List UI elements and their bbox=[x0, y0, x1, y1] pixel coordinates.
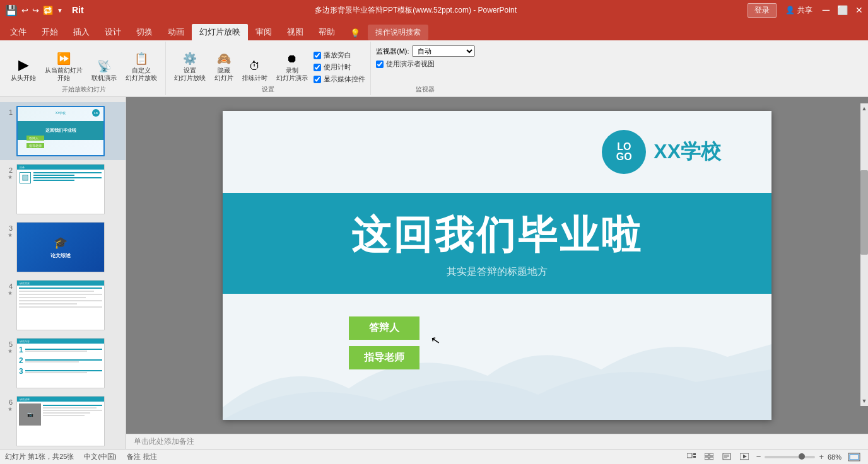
tab-file[interactable]: 文件 bbox=[3, 24, 34, 40]
right-scrollbar[interactable]: ▲ ▼ bbox=[860, 103, 868, 406]
main-slide[interactable]: LO GO XX学校 这回我们毕业啦 其实是答辩的标题地方 答辩人 指导老师 ↖ bbox=[223, 111, 771, 420]
btn-online[interactable]: 📡 联机演示 bbox=[88, 57, 120, 84]
thumb5-item2: 2 bbox=[19, 356, 102, 365]
tab-transitions[interactable]: 切换 bbox=[129, 24, 160, 40]
slide-number-2: 2 ★ bbox=[3, 164, 13, 180]
view-slide-sorter-btn[interactable] bbox=[702, 451, 716, 463]
thumb6-text bbox=[43, 403, 102, 426]
slide-thumb-4[interactable]: 研究背景 bbox=[16, 280, 105, 330]
setup-icon: ⚙️ bbox=[183, 52, 197, 66]
scroll-up-arrow[interactable]: ▲ bbox=[860, 103, 868, 113]
tab-animations[interactable]: 动画 bbox=[160, 24, 192, 40]
view-normal-btn[interactable] bbox=[684, 451, 698, 463]
btn-from-start[interactable]: ▶ 从头开始 bbox=[8, 55, 39, 84]
slide-item-3[interactable]: 3 ★ 🎓 论文综述 bbox=[0, 218, 126, 276]
ribbon-group-start-content: ▶ 从头开始 ⏩ 从当前幻灯片开始 📡 联机演示 📋 自定义幻灯片放映 bbox=[8, 43, 160, 84]
slide-thumb-3[interactable]: 🎓 论文综述 bbox=[16, 222, 105, 272]
custom-icon: 📋 bbox=[134, 52, 148, 66]
view-reading-btn[interactable] bbox=[720, 451, 734, 463]
cb-presenter[interactable] bbox=[376, 61, 384, 68]
fit-to-window-btn[interactable] bbox=[845, 451, 863, 463]
share-icon[interactable]: 👤 共享 bbox=[785, 5, 812, 16]
tab-design[interactable]: 设计 bbox=[97, 24, 129, 40]
zoom-level[interactable]: 68% bbox=[828, 453, 842, 461]
slide-panel[interactable]: 1 LO XX学校 这回我们毕业啦 答辩人 指导老师 2 ★ bbox=[0, 97, 126, 449]
checkboxes: 播放旁白 使用计时 显示媒体控件 bbox=[314, 50, 365, 84]
btn-timing[interactable]: ⏱ 排练计时 bbox=[239, 58, 271, 84]
btn-record[interactable]: ⏺ 录制幻灯片演示 bbox=[273, 50, 311, 84]
record-label: 录制幻灯片演示 bbox=[276, 67, 308, 82]
cb-timer[interactable] bbox=[314, 64, 321, 71]
thumb4-line4 bbox=[19, 297, 86, 298]
btn-from-current[interactable]: ⏩ 从当前幻灯片开始 bbox=[42, 50, 86, 84]
cb-media-row[interactable]: 显示媒体控件 bbox=[314, 74, 365, 84]
slide-btn-respondent[interactable]: 答辩人 bbox=[349, 316, 419, 340]
btn-custom[interactable]: 📋 自定义幻灯片放映 bbox=[122, 50, 160, 84]
hide-icon: 🙈 bbox=[217, 52, 231, 66]
login-button[interactable]: 登录 bbox=[748, 3, 777, 18]
zoom-slider[interactable] bbox=[765, 456, 815, 458]
slide-thumb-2[interactable]: 目录 bbox=[16, 164, 105, 214]
notes-bar[interactable]: 单击此处添加备注 bbox=[126, 434, 868, 449]
view-slideshow-btn[interactable] bbox=[737, 451, 751, 463]
tab-insert[interactable]: 插入 bbox=[66, 24, 97, 40]
thumb6-image: 📷 bbox=[19, 403, 41, 426]
slide-item-2[interactable]: 2 ★ 目录 bbox=[0, 160, 126, 218]
from-start-icon: ▶ bbox=[18, 57, 29, 73]
tab-help[interactable]: 帮助 bbox=[311, 24, 343, 40]
cb-playback-label: 播放旁白 bbox=[324, 50, 351, 60]
restore-button[interactable]: ⬜ bbox=[837, 5, 848, 15]
zoom-minus-btn[interactable]: − bbox=[755, 452, 763, 461]
close-button[interactable]: ✕ bbox=[855, 5, 863, 15]
tab-view[interactable]: 视图 bbox=[279, 24, 311, 40]
thumb4-content bbox=[17, 286, 104, 310]
status-indicators: 备注 批注 bbox=[127, 452, 157, 461]
online-label: 联机演示 bbox=[91, 74, 117, 82]
tab-slideshow[interactable]: 幻灯片放映 bbox=[192, 24, 248, 40]
minimize-button[interactable]: ─ bbox=[823, 4, 830, 16]
cb-media[interactable] bbox=[314, 76, 321, 83]
slide-number-6: 6 ★ bbox=[3, 396, 13, 412]
slide-item-1[interactable]: 1 LO XX学校 这回我们毕业啦 答辩人 指导老师 bbox=[0, 102, 126, 160]
comments-indicator[interactable]: 批注 bbox=[143, 452, 157, 461]
slide-thumb-6[interactable]: 研究成果 📷 bbox=[16, 396, 105, 446]
tab-lightbulb[interactable]: 💡 bbox=[343, 26, 368, 40]
thumb5-item3: 3 bbox=[19, 367, 102, 376]
slide-number-3: 3 ★ bbox=[3, 222, 13, 238]
logo-line2: GO bbox=[616, 152, 632, 162]
cb-playback-row[interactable]: 播放旁白 bbox=[314, 50, 365, 60]
cb-timer-row[interactable]: 使用计时 bbox=[314, 62, 365, 72]
cb-presenter-row[interactable]: 使用演示者视图 bbox=[376, 59, 435, 69]
slide-thumb-1[interactable]: LO XX学校 这回我们毕业啦 答辩人 指导老师 bbox=[16, 106, 105, 156]
thumb2-line3 bbox=[33, 177, 102, 178]
scroll-down-arrow[interactable]: ▼ bbox=[860, 396, 868, 406]
tab-review[interactable]: 审阅 bbox=[248, 24, 279, 40]
monitor-dropdown[interactable]: 自动 bbox=[412, 45, 475, 57]
tab-home[interactable]: 开始 bbox=[34, 24, 66, 40]
btn-hide[interactable]: 🙈 隐藏幻灯片 bbox=[211, 50, 237, 84]
cb-playback[interactable] bbox=[314, 52, 321, 59]
slide-number-4: 4 ★ bbox=[3, 280, 13, 296]
slide-item-4[interactable]: 4 ★ 研究背景 bbox=[0, 276, 126, 334]
slide-btn-advisor[interactable]: 指导老师 bbox=[349, 346, 419, 369]
undo-icon[interactable]: ↩ bbox=[21, 6, 28, 15]
btn-setup[interactable]: ⚙️ 设置幻灯片放映 bbox=[171, 50, 209, 84]
group-monitor-label: 监视器 bbox=[416, 85, 435, 94]
zoom-thumb[interactable] bbox=[799, 453, 805, 460]
slide-item-5[interactable]: 5 ★ 研究内容 1 2 bbox=[0, 334, 126, 392]
online-icon: 📡 bbox=[97, 59, 111, 73]
notes-indicator[interactable]: 备注 bbox=[127, 452, 141, 461]
window-title: 多边形背景毕业答辩PPT模板(www.52ppt.com) - PowerPoi… bbox=[84, 5, 748, 16]
slide-item-6[interactable]: 6 ★ 研究成果 📷 bbox=[0, 392, 126, 449]
zoom-plus-btn[interactable]: + bbox=[818, 452, 825, 461]
scroll-thumb[interactable] bbox=[860, 170, 868, 255]
tab-search[interactable]: 操作说明搜索 bbox=[368, 25, 428, 40]
monitor-label: 监视器(M): bbox=[376, 47, 409, 56]
svg-rect-18 bbox=[850, 455, 859, 460]
redo-icon[interactable]: ↪ bbox=[32, 6, 39, 15]
thumb1-btn2: 指导老师 bbox=[26, 143, 44, 148]
cb-timer-label: 使用计时 bbox=[324, 62, 351, 72]
save-icon[interactable]: 🔁 bbox=[43, 6, 53, 15]
quick-access-dropdown[interactable]: ▼ bbox=[57, 7, 63, 14]
slide-thumb-5[interactable]: 研究内容 1 2 bbox=[16, 338, 105, 388]
